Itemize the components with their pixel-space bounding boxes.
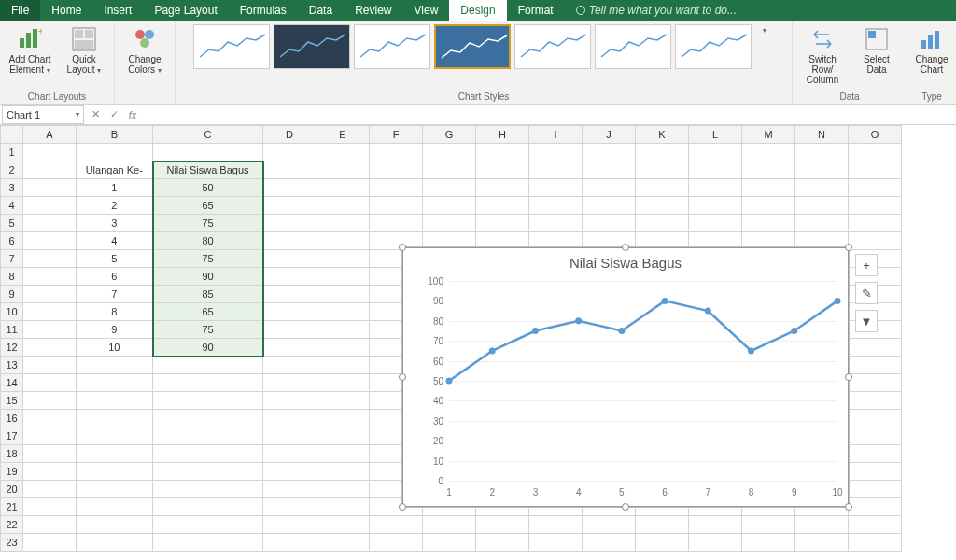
tab-page-layout[interactable]: Page Layout bbox=[143, 0, 228, 21]
cell-A19[interactable] bbox=[23, 463, 77, 481]
column-header-I[interactable]: I bbox=[529, 126, 583, 144]
column-header-L[interactable]: L bbox=[689, 126, 742, 144]
column-header-K[interactable]: K bbox=[636, 126, 689, 144]
row-header-21[interactable]: 21 bbox=[1, 498, 23, 516]
cell-D13[interactable] bbox=[263, 357, 316, 374]
cell-B2[interactable]: Ulangan Ke- bbox=[77, 161, 153, 179]
cell-B23[interactable] bbox=[77, 534, 153, 552]
cell-H4[interactable] bbox=[476, 197, 529, 215]
change-colors-button[interactable]: Change Colors ▾ bbox=[120, 24, 169, 77]
cell-I4[interactable] bbox=[529, 197, 583, 215]
cell-E10[interactable] bbox=[316, 303, 370, 321]
cell-J1[interactable] bbox=[583, 144, 636, 161]
cell-C13[interactable] bbox=[153, 357, 263, 374]
cell-C14[interactable] bbox=[153, 374, 263, 392]
chart-style-5[interactable] bbox=[514, 24, 591, 69]
cell-M23[interactable] bbox=[742, 534, 795, 552]
cell-A2[interactable] bbox=[23, 161, 77, 179]
row-header-10[interactable]: 10 bbox=[1, 303, 23, 321]
cell-B18[interactable] bbox=[77, 445, 153, 463]
switch-row-column-button[interactable]: Switch Row/ Column bbox=[798, 24, 847, 87]
column-header-O[interactable]: O bbox=[849, 126, 902, 144]
cell-C22[interactable] bbox=[153, 516, 263, 534]
row-header-4[interactable]: 4 bbox=[1, 197, 23, 215]
cell-M5[interactable] bbox=[742, 215, 795, 232]
cell-B21[interactable] bbox=[77, 498, 153, 516]
cell-E15[interactable] bbox=[316, 392, 370, 410]
cell-A5[interactable] bbox=[23, 215, 77, 232]
row-header-9[interactable]: 9 bbox=[1, 286, 23, 303]
cell-B7[interactable]: 5 bbox=[77, 250, 153, 268]
cell-O19[interactable] bbox=[849, 463, 902, 481]
cell-A8[interactable] bbox=[23, 268, 77, 286]
chart-styles-more-button[interactable]: ▾ bbox=[755, 24, 774, 36]
tab-formulas[interactable]: Formulas bbox=[229, 0, 298, 21]
cell-B11[interactable]: 9 bbox=[77, 321, 153, 339]
cell-A10[interactable] bbox=[23, 303, 77, 321]
cell-A7[interactable] bbox=[23, 250, 77, 268]
cell-I22[interactable] bbox=[529, 516, 583, 534]
cell-F22[interactable] bbox=[370, 516, 423, 534]
cell-B6[interactable]: 4 bbox=[77, 232, 153, 250]
cell-A3[interactable] bbox=[23, 179, 77, 197]
chart-style-6[interactable] bbox=[595, 24, 671, 69]
cell-K5[interactable] bbox=[636, 215, 689, 232]
tab-data[interactable]: Data bbox=[298, 0, 344, 21]
cell-L4[interactable] bbox=[689, 197, 742, 215]
cell-G2[interactable] bbox=[423, 161, 476, 179]
chart-style-3[interactable] bbox=[354, 24, 430, 69]
cell-C19[interactable] bbox=[153, 463, 263, 481]
cell-C20[interactable] bbox=[153, 481, 263, 498]
cell-A15[interactable] bbox=[23, 392, 77, 410]
chart-styles-button[interactable]: ✎ bbox=[855, 282, 878, 304]
row-header-23[interactable]: 23 bbox=[1, 534, 23, 552]
chart-style-2[interactable] bbox=[274, 24, 350, 69]
cell-G5[interactable] bbox=[423, 215, 476, 232]
cell-O15[interactable] bbox=[849, 392, 902, 410]
cell-E12[interactable] bbox=[316, 339, 370, 357]
tab-review[interactable]: Review bbox=[344, 0, 402, 21]
cell-E1[interactable] bbox=[316, 144, 370, 161]
tab-home[interactable]: Home bbox=[40, 0, 92, 21]
cell-A17[interactable] bbox=[23, 427, 77, 445]
cell-O6[interactable] bbox=[849, 232, 902, 250]
cell-F4[interactable] bbox=[370, 197, 423, 215]
cell-A4[interactable] bbox=[23, 197, 77, 215]
cell-E18[interactable] bbox=[316, 445, 370, 463]
cell-C12[interactable]: 90 bbox=[153, 339, 263, 357]
cell-D4[interactable] bbox=[263, 197, 316, 215]
cell-C2[interactable]: Nilai Siswa Bagus bbox=[153, 161, 263, 179]
cell-M22[interactable] bbox=[742, 516, 795, 534]
cell-A11[interactable] bbox=[23, 321, 77, 339]
cell-B22[interactable] bbox=[77, 516, 153, 534]
cell-A20[interactable] bbox=[23, 481, 77, 498]
cell-H22[interactable] bbox=[476, 516, 529, 534]
tab-file[interactable]: File bbox=[0, 0, 40, 21]
chart-line-series[interactable] bbox=[449, 281, 837, 481]
cell-I2[interactable] bbox=[529, 161, 583, 179]
cell-G23[interactable] bbox=[423, 534, 476, 552]
cell-I1[interactable] bbox=[529, 144, 583, 161]
cell-B8[interactable]: 6 bbox=[77, 268, 153, 286]
cell-A1[interactable] bbox=[23, 144, 77, 161]
cell-K3[interactable] bbox=[636, 179, 689, 197]
cell-E3[interactable] bbox=[316, 179, 370, 197]
cell-A9[interactable] bbox=[23, 286, 77, 303]
row-header-20[interactable]: 20 bbox=[1, 481, 23, 498]
column-header-F[interactable]: F bbox=[370, 126, 423, 144]
cell-L2[interactable] bbox=[689, 161, 742, 179]
row-header-11[interactable]: 11 bbox=[1, 321, 23, 339]
cell-L1[interactable] bbox=[689, 144, 742, 161]
row-header-6[interactable]: 6 bbox=[1, 232, 23, 250]
cell-J4[interactable] bbox=[583, 197, 636, 215]
cell-N5[interactable] bbox=[795, 215, 849, 232]
embedded-chart[interactable]: Nilai Siswa Bagus 0102030405060708090100… bbox=[401, 246, 850, 508]
cell-D12[interactable] bbox=[263, 339, 316, 357]
cell-D3[interactable] bbox=[263, 179, 316, 197]
cell-I3[interactable] bbox=[529, 179, 583, 197]
cell-D11[interactable] bbox=[263, 321, 316, 339]
cell-O21[interactable] bbox=[849, 498, 902, 516]
row-header-7[interactable]: 7 bbox=[1, 250, 23, 268]
cell-C7[interactable]: 75 bbox=[153, 250, 263, 268]
cell-L22[interactable] bbox=[689, 516, 742, 534]
